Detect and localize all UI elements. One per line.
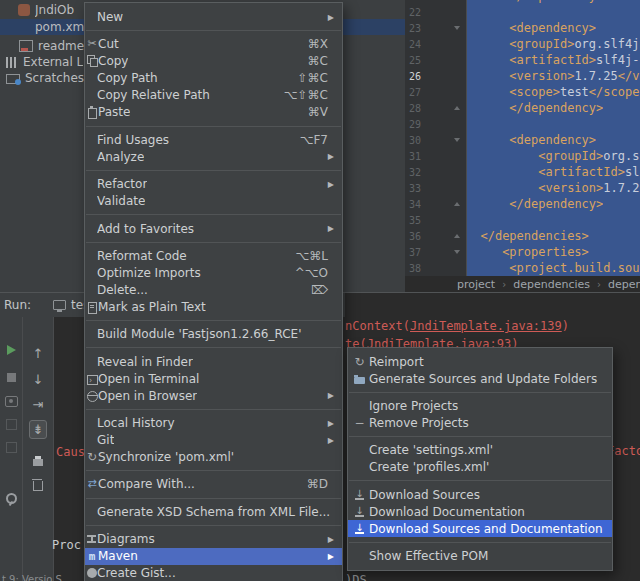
menu-item-label: Delete...: [97, 283, 148, 297]
menu-item-add-to-favorites[interactable]: Add to Favorites▶: [85, 220, 342, 237]
ide-window: { "colors":{ "menu_bg":"#3e4143","menu_h…: [0, 0, 640, 581]
menu-item-label: Open in Terminal: [98, 372, 199, 386]
menu-item-label: Create 'settings.xml': [369, 443, 493, 457]
menu-item-ignore-projects[interactable]: Ignore Projects: [348, 397, 612, 414]
menu-item-reveal-in-finder[interactable]: Reveal in Finder: [85, 353, 342, 370]
menu-item-open-in-browser[interactable]: Open in Browser▶: [85, 387, 342, 404]
breadcrumb-item-project[interactable]: project: [457, 278, 495, 291]
code-line: 33 <version>1.7.25</version>: [405, 180, 640, 196]
code-line: 31 <groupId>org.slf4j</groupId>: [405, 148, 640, 164]
menu-item-shortcut: ⌥⌘L: [295, 249, 336, 263]
menu-item-label: Download Sources: [369, 488, 480, 502]
menu-item-analyze[interactable]: Analyze▶: [85, 148, 342, 165]
menu-item-remove-projects[interactable]: Remove Projects: [348, 414, 612, 431]
menu-item-copy-relative-path[interactable]: Copy Relative Path⌥⇧⌘C: [85, 87, 342, 104]
run-button[interactable]: [0, 345, 22, 355]
console-toolbar: [23, 317, 54, 581]
code-text: <artifactId>slf4j-simple</artifactId>: [466, 165, 640, 179]
stop-button[interactable]: [0, 373, 22, 382]
code-line: 27 <scope>test</scope>: [405, 84, 640, 100]
line-number: 27: [405, 87, 421, 98]
process-fragment: Proc: [52, 538, 81, 552]
down-icon: [33, 372, 44, 387]
menu-item-local-history[interactable]: Local History▶: [85, 415, 342, 432]
icon-slot: [350, 417, 369, 429]
menu-item-optimize-imports[interactable]: Optimize Imports^⌥O: [85, 264, 342, 281]
menu-item-copy-path[interactable]: Copy Path⇧⌘C: [85, 70, 342, 87]
fold-column: [421, 103, 466, 113]
maven-submenu: ReimportGenerate Sources and Update Fold…: [347, 347, 613, 571]
fold-marker-icon[interactable]: [454, 250, 460, 257]
menu-separator: [86, 320, 341, 321]
icon-slot: [86, 535, 97, 543]
breadcrumb-item-depen[interactable]: depen: [608, 278, 640, 291]
fold-marker-icon[interactable]: [454, 199, 460, 206]
menu-item-build-module-fastjson1-2-66-rce[interactable]: Build Module 'Fastjson1.2.66_RCE': [85, 326, 342, 343]
menu-item-maven[interactable]: Maven▶: [85, 548, 342, 565]
menu-item-label: Cut: [98, 37, 119, 51]
pin-button[interactable]: [0, 493, 22, 504]
print-button[interactable]: [23, 455, 53, 466]
menu-item-delete[interactable]: Delete...⌦: [85, 281, 342, 298]
menu-item-compare-with[interactable]: Compare With...⌘D: [85, 476, 342, 493]
menu-item-label: Copy Relative Path: [97, 88, 210, 102]
menu-item-label: Maven: [98, 549, 138, 563]
menu-item-create-gist[interactable]: Create Gist...: [85, 565, 342, 581]
menu-item-shortcut: ⌥F7: [300, 133, 336, 147]
menu-item-create-profiles-xml[interactable]: Create 'profiles.xml': [348, 459, 612, 476]
breadcrumb-item-dependencies[interactable]: dependencies: [513, 278, 590, 291]
scroll-end-button[interactable]: [23, 420, 53, 439]
submenu-arrow-icon: ▶: [328, 535, 334, 544]
console-fragment: )DS: [345, 573, 367, 581]
code-token: <groupId>: [538, 149, 603, 163]
menu-item-create-settings-xml[interactable]: Create 'settings.xml': [348, 442, 612, 459]
menu-item-open-in-terminal[interactable]: Open in Terminal: [85, 370, 342, 387]
tool-button[interactable]: [0, 442, 22, 453]
menu-item-find-usages[interactable]: Find Usages⌥F7: [85, 131, 342, 148]
stack-trace-link[interactable]: JndiTemplate.java:139: [410, 319, 562, 333]
skip-button[interactable]: [23, 397, 53, 412]
menu-item-reimport[interactable]: Reimport: [348, 353, 612, 370]
menu-separator: [86, 126, 341, 127]
editor-pane[interactable]: </dependency>2223 <dependency>24 <groupI…: [405, 0, 640, 276]
menu-item-validate[interactable]: Validate: [85, 193, 342, 210]
fold-marker-icon[interactable]: [454, 231, 460, 238]
menu-item-label: Add to Favorites: [97, 222, 194, 236]
menu-item-new[interactable]: New▶: [85, 9, 342, 26]
menu-item-download-sources-and-documentation[interactable]: Download Sources and Documentation: [348, 520, 612, 537]
menu-item-generate-xsd-schema-from-xml-file[interactable]: Generate XSD Schema from XML File...: [85, 503, 342, 520]
selected-toggle[interactable]: [29, 420, 48, 439]
tree-item-label: JndiOb: [35, 3, 74, 17]
menu-item-diagrams[interactable]: Diagrams▶: [85, 531, 342, 548]
menu-item-show-effective-pom[interactable]: Show Effective POM: [348, 548, 612, 565]
menu-item-synchronize-pom-xml[interactable]: Synchronize 'pom.xml': [85, 449, 342, 466]
menu-item-reformat-code[interactable]: Reformat Code⌥⌘L: [85, 247, 342, 264]
tool-button[interactable]: [0, 419, 22, 430]
submenu-arrow-icon: ▶: [328, 436, 334, 445]
fold-marker-icon[interactable]: [454, 103, 460, 110]
menu-item-cut[interactable]: Cut⌘X: [85, 36, 342, 53]
code-token: </version>: [618, 69, 640, 83]
up-button[interactable]: [23, 346, 53, 361]
menu-item-download-sources[interactable]: Download Sources: [348, 486, 612, 503]
menu-item-refactor[interactable]: Refactor▶: [85, 176, 342, 193]
down-button[interactable]: [23, 372, 53, 387]
submenu-arrow-icon: ▶: [328, 152, 334, 161]
fold-marker-icon[interactable]: [454, 26, 460, 33]
trash-button[interactable]: [23, 479, 53, 491]
stack-text: ): [562, 319, 569, 333]
code-line: 29: [405, 116, 640, 132]
code-line: 34 </dependency>: [405, 196, 640, 212]
menu-item-copy[interactable]: Copy⌘C: [85, 53, 342, 70]
icon-slot: [86, 478, 98, 490]
plain-text-icon: [86, 301, 98, 313]
fold-marker-icon[interactable]: [454, 138, 460, 145]
menu-item-git[interactable]: Git▶: [85, 432, 342, 449]
menu-item-paste[interactable]: Paste⌘V: [85, 104, 342, 121]
menu-item-mark-as-plain-text[interactable]: Mark as Plain Text: [85, 298, 342, 315]
menu-item-download-documentation[interactable]: Download Documentation: [348, 503, 612, 520]
tree-item-label: External L: [23, 55, 83, 69]
screenshot-button[interactable]: [0, 396, 22, 407]
code-line: 38 <project.build.sourceEncoding>: [405, 260, 640, 276]
menu-item-generate-sources-and-update-folders[interactable]: Generate Sources and Update Folders: [348, 370, 612, 387]
